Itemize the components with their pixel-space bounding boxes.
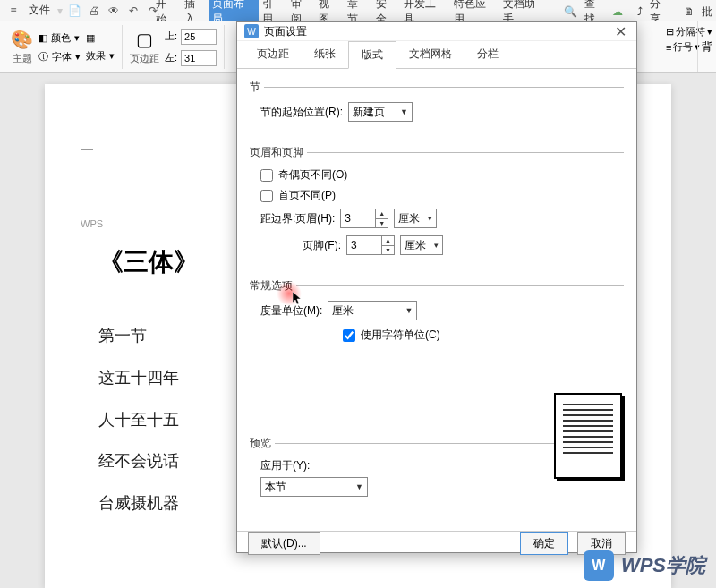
headerfooter-fieldset: 页眉和页脚 奇偶页不同(O) 首页不同(P) 距边界:页眉(H): 3 ▲▼ 厘… [250,145,624,269]
dialog-title: 页面设置 [264,24,307,39]
spin-down-icon[interactable]: ▼ [376,219,388,228]
tab-margin[interactable]: 页边距 [244,41,302,68]
font-icon[interactable]: ⓣ [38,50,48,64]
lineno-icon[interactable]: ≡ [666,42,671,53]
default-button[interactable]: 默认(D)... [248,532,320,555]
tab-layout[interactable]: 版式 [348,41,396,69]
batch-icon[interactable]: 🗎 [680,4,698,20]
preview-thumbnail [554,393,622,479]
ok-button[interactable]: 确定 [520,532,568,555]
oddeven-checkbox[interactable] [260,169,273,182]
applyto-label: 应用于(Y): [260,459,310,472]
unit-dropdown[interactable]: 厘米▼ [328,301,417,320]
firstpage-checkbox[interactable] [260,190,273,202]
watermark: W WPS学院 [584,550,705,581]
footer-dist-label: 页脚(F): [260,238,341,253]
share-icon[interactable]: ⤴ [634,4,646,20]
effect-icon[interactable]: ▦ [86,32,95,44]
header-dist-spinner[interactable]: 3 ▲▼ [340,209,388,228]
applyto-dropdown[interactable]: 本节▼ [260,477,368,497]
section-start-label: 节的起始位置(R): [260,105,343,120]
dialog-icon: W [244,24,259,38]
bg-label[interactable]: 背 [702,39,712,55]
watermark-logo-icon: W [584,550,614,581]
separator-icon[interactable]: ⊟ [666,26,674,38]
margin-label: 页边距 [130,52,159,65]
section-start-dropdown[interactable]: 新建页▼ [348,102,413,122]
page-setup-dialog: W 页面设置 ✕ 页边距 纸张 版式 文档网格 分栏 节 节的起始位置(R): … [236,21,637,553]
spin-down-icon[interactable]: ▼ [382,246,394,255]
spin-up-icon[interactable]: ▲ [376,209,388,219]
footer-dist-spinner[interactable]: 3 ▲▼ [346,235,395,255]
tab-grid[interactable]: 文档网格 [396,41,465,68]
general-fieldset: 常规选项 度量单位(M): 厘米▼ 使用字符单位(C) [250,278,624,355]
batch-label[interactable]: 批 [698,3,716,21]
cloud-icon[interactable]: ☁ [609,4,626,20]
footer-unit-dropdown[interactable]: 厘米▾ [400,235,443,255]
theme-label: 主题 [13,52,32,65]
spin-up-icon[interactable]: ▲ [382,236,394,246]
margin-icon[interactable]: ▢ [136,29,153,50]
header-unit-dropdown[interactable]: 厘米▾ [394,209,437,228]
color-icon[interactable]: ◧ [38,32,47,44]
wps-label: WPS [81,218,103,229]
close-icon[interactable]: ✕ [611,22,629,40]
tab-paper[interactable]: 纸张 [302,41,348,68]
theme-icon[interactable]: 🎨 [11,29,33,50]
charunit-checkbox[interactable] [343,329,355,342]
margin-left-input[interactable] [181,50,217,66]
margin-top-input[interactable] [181,29,217,45]
tab-columns[interactable]: 分栏 [465,41,511,68]
section-fieldset: 节 节的起始位置(R): 新建页▼ [250,80,624,136]
search-icon[interactable]: 🔍 [560,4,581,20]
unit-label: 度量单位(M): [260,303,322,319]
header-dist-label: 距边界:页眉(H): [260,211,335,226]
